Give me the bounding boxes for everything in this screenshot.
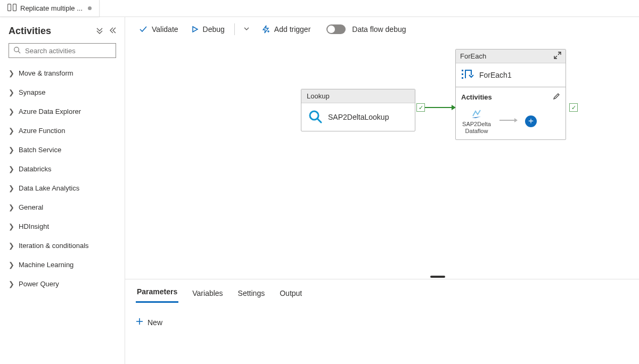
svg-rect-1 [13, 4, 17, 11]
category-machine-learning[interactable]: ❯Machine Learning [9, 255, 116, 274]
category-iteration-conditionals[interactable]: ❯Iteration & conditionals [9, 236, 116, 255]
pipeline-icon [7, 4, 17, 13]
new-label: New [148, 318, 162, 327]
pipeline-tab[interactable]: Replicate multiple ... [0, 0, 100, 16]
chevron-right-icon: ❯ [9, 69, 14, 77]
chevron-right-icon: ❯ [9, 203, 14, 211]
tab-output[interactable]: Output [278, 289, 303, 303]
category-azure-function[interactable]: ❯Azure Function [9, 121, 116, 140]
pipeline-canvas[interactable]: Lookup SAP2DeltaLookup ✓ ✓ ForEach [125, 42, 639, 279]
lookup-node-name: SAP2DeltaLookup [328, 113, 389, 121]
chevron-right-icon: ❯ [9, 107, 14, 115]
pipeline-tab-title: Replicate multiple ... [20, 4, 83, 12]
lookup-activity-node[interactable]: Lookup SAP2DeltaLookup [301, 89, 415, 131]
category-data-lake-analytics[interactable]: ❯Data Lake Analytics [9, 178, 116, 197]
search-input[interactable] [24, 46, 116, 55]
panel-resize-handle[interactable] [430, 276, 445, 278]
chevron-right-icon: ❯ [9, 184, 14, 192]
dirty-indicator-icon [88, 6, 92, 10]
chevron-right-icon: ❯ [9, 88, 14, 96]
svg-rect-9 [462, 73, 463, 75]
svg-line-7 [317, 119, 321, 122]
chevron-right-icon: ❯ [9, 165, 14, 173]
collapse-left-icon[interactable] [109, 27, 116, 36]
lookup-success-port[interactable]: ✓ [416, 103, 425, 112]
category-label: Batch Service [19, 146, 61, 154]
bottom-tabs: Parameters Variables Settings Output [136, 279, 628, 303]
category-label: Power Query [19, 280, 59, 288]
tab-variables[interactable]: Variables [191, 289, 224, 303]
category-label: Move & transform [19, 69, 73, 77]
validate-label: Validate [152, 25, 178, 34]
inner-activity[interactable]: SAP2Delta Dataflow [461, 108, 492, 134]
category-batch-service[interactable]: ❯Batch Service [9, 140, 116, 159]
svg-line-3 [18, 51, 20, 53]
activities-sidebar: Activities ❯Move & transform ❯Synapse ❯A… [0, 17, 125, 364]
chevron-right-icon: ❯ [9, 222, 14, 230]
activities-title: Activities [9, 26, 51, 37]
category-label: Iteration & conditionals [19, 242, 89, 250]
lookup-node-type: Lookup [301, 89, 415, 103]
tab-parameters[interactable]: Parameters [136, 287, 178, 303]
category-general[interactable]: ❯General [9, 197, 116, 217]
category-label: Synapse [19, 88, 46, 96]
foreach-icon [461, 69, 474, 82]
arrow-right-icon [499, 117, 518, 125]
success-edge [425, 107, 455, 108]
tab-strip: Replicate multiple ... [0, 0, 639, 17]
category-databricks[interactable]: ❯Databricks [9, 159, 116, 178]
tab-settings[interactable]: Settings [237, 289, 266, 303]
category-power-query[interactable]: ❯Power Query [9, 274, 116, 293]
chevron-right-icon: ❯ [9, 242, 14, 250]
foreach-success-port[interactable]: ✓ [569, 103, 578, 112]
foreach-node-type: ForEach [460, 52, 486, 60]
svg-point-2 [14, 47, 19, 52]
inner-activity-name: SAP2Delta Dataflow [461, 121, 492, 134]
dataflow-debug-label: Data flow debug [352, 25, 406, 34]
foreach-activities-label: Activities [461, 93, 492, 101]
content-pane: Validate Debug Add trigger Data flow deb… [125, 17, 639, 364]
category-label: HDInsight [19, 222, 49, 230]
foreach-activity-node[interactable]: ForEach ForEach1 A [455, 49, 566, 140]
pipeline-toolbar: Validate Debug Add trigger Data flow deb… [125, 17, 639, 42]
chevron-right-icon: ❯ [9, 280, 14, 288]
dataflow-debug-toggle[interactable] [326, 24, 346, 34]
svg-rect-10 [462, 77, 463, 79]
dataflow-icon [471, 108, 482, 120]
separator [234, 23, 235, 35]
add-trigger-label: Add trigger [274, 25, 310, 34]
search-activities[interactable] [9, 43, 116, 58]
category-label: Machine Learning [19, 261, 73, 269]
category-label: Data Lake Analytics [19, 184, 79, 192]
svg-rect-8 [462, 70, 463, 71]
svg-rect-0 [8, 4, 11, 11]
category-move-transform[interactable]: ❯Move & transform [9, 63, 116, 82]
category-label: Databricks [19, 165, 51, 173]
plus-icon [136, 318, 143, 327]
search-icon [13, 46, 21, 55]
category-azure-data-explorer[interactable]: ❯Azure Data Explorer [9, 102, 116, 121]
chevron-right-icon: ❯ [9, 127, 14, 135]
expand-icon[interactable] [554, 52, 561, 61]
lookup-icon [308, 109, 323, 126]
chevron-right-icon: ❯ [9, 261, 14, 269]
add-trigger-button[interactable]: Add trigger [256, 22, 316, 37]
edit-icon[interactable] [553, 93, 560, 102]
debug-dropdown[interactable] [239, 22, 254, 37]
add-inner-activity-button[interactable]: ＋ [525, 115, 537, 127]
debug-button[interactable]: Debug [186, 22, 230, 37]
new-parameter-button[interactable]: New [136, 318, 628, 327]
collapse-down-icon[interactable] [96, 27, 103, 36]
debug-label: Debug [203, 25, 225, 34]
category-label: Azure Data Explorer [19, 107, 81, 115]
bottom-panel: Parameters Variables Settings Output New [125, 279, 639, 364]
category-label: General [19, 203, 43, 211]
category-hdinsight[interactable]: ❯HDInsight [9, 217, 116, 236]
chevron-right-icon: ❯ [9, 146, 14, 154]
category-label: Azure Function [19, 127, 65, 135]
validate-button[interactable]: Validate [134, 22, 184, 37]
category-synapse[interactable]: ❯Synapse [9, 82, 116, 102]
foreach-node-name: ForEach1 [479, 71, 512, 79]
